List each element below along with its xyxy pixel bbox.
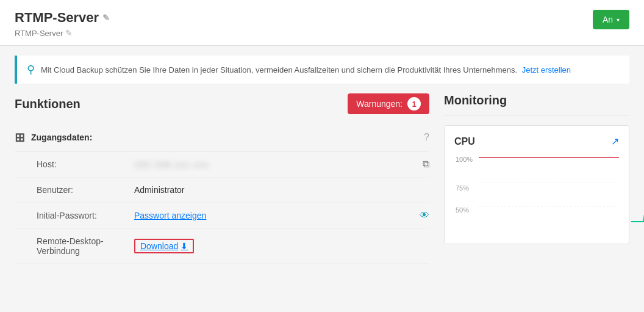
power-button-label: An xyxy=(603,15,613,24)
zugangsdaten-header: ⊞ Zugangsdaten: ? xyxy=(15,124,429,151)
funktionen-title: Funktionen xyxy=(15,97,80,111)
caret-icon: ▾ xyxy=(617,16,620,23)
help-icon[interactable]: ? xyxy=(424,132,429,143)
cpu-chart-container: 100% 75% 50% xyxy=(479,154,619,234)
banner-text: Mit Cloud Backup schützen Sie Ihre Daten… xyxy=(41,65,571,74)
cpu-chart-svg xyxy=(479,154,619,234)
funktionen-section: Funktionen Warnungen: 1 ⊞ Zugangsdaten: … xyxy=(15,93,429,264)
download-link[interactable]: Download ⬇ xyxy=(134,239,194,253)
host-value: 192.168.xxx.xxx xyxy=(134,160,418,169)
breadcrumb: RTMP-Server ✎ xyxy=(15,28,110,38)
title-text: RTMP-Server xyxy=(15,10,99,26)
host-row: Host: 192.168.xxx.xxx ⧉ xyxy=(15,151,429,178)
benutzer-row: Benutzer: Administrator xyxy=(15,178,429,203)
host-label: Host: xyxy=(37,159,134,169)
power-button[interactable]: An ▾ xyxy=(593,10,629,29)
label-100: 100% xyxy=(456,156,473,163)
cpu-link-icon[interactable]: ↗ xyxy=(611,136,619,147)
monitoring-title: Monitoring xyxy=(444,93,629,115)
cloud-icon: ⊞ xyxy=(15,130,25,145)
label-75: 75% xyxy=(456,184,469,192)
eye-icon[interactable]: 👁 xyxy=(420,210,429,221)
label-50: 50% xyxy=(456,206,469,214)
banner-icon: ⚲ xyxy=(27,63,35,76)
warnungen-count: 1 xyxy=(407,97,421,111)
title-edit-icon[interactable]: ✎ xyxy=(102,13,110,23)
subtitle-edit-icon[interactable]: ✎ xyxy=(65,28,73,38)
warnungen-badge[interactable]: Warnungen: 1 xyxy=(348,93,429,114)
main-content: Funktionen Warnungen: 1 ⊞ Zugangsdaten: … xyxy=(0,93,644,264)
cpu-title: CPU xyxy=(454,136,475,147)
download-link-container: Download ⬇ xyxy=(134,239,429,253)
download-text: Download xyxy=(140,241,178,251)
benutzer-label: Benutzer: xyxy=(37,185,134,195)
benutzer-value: Administrator xyxy=(134,185,429,195)
warnungen-label: Warnungen: xyxy=(356,99,402,109)
cpu-header: CPU ↗ xyxy=(454,136,619,147)
passwort-label: Initial-Passwort: xyxy=(37,211,134,220)
svg-marker-4 xyxy=(631,170,644,222)
header: RTMP-Server ✎ RTMP-Server ✎ An ▾ xyxy=(0,0,644,46)
cloud-backup-banner: ⚲ Mit Cloud Backup schützen Sie Ihre Dat… xyxy=(15,56,629,84)
remote-desktop-row: Remote-Desktop-Verbindung Download ⬇ xyxy=(15,229,429,264)
passwort-anzeigen-link[interactable]: Passwort anzeigen xyxy=(134,211,415,220)
cpu-card: CPU ↗ 100% 75% 50% xyxy=(444,125,629,244)
zugangsdaten-label: Zugangsdaten: xyxy=(31,132,92,142)
header-left: RTMP-Server ✎ RTMP-Server ✎ xyxy=(15,10,110,38)
monitoring-section: Monitoring CPU ↗ 100% 75% 50% xyxy=(444,93,629,264)
passwort-row: Initial-Passwort: Passwort anzeigen 👁 xyxy=(15,203,429,229)
remote-desktop-label: Remote-Desktop-Verbindung xyxy=(37,236,134,256)
download-icon: ⬇ xyxy=(181,241,188,251)
copy-icon[interactable]: ⧉ xyxy=(423,159,429,170)
banner-link[interactable]: Jetzt erstellen xyxy=(522,65,571,74)
subtitle-text: RTMP-Server xyxy=(15,29,63,38)
funktionen-header: Funktionen Warnungen: 1 xyxy=(15,93,429,114)
page-title: RTMP-Server ✎ xyxy=(15,10,110,26)
zugangsdaten-left: ⊞ Zugangsdaten: xyxy=(15,130,92,145)
